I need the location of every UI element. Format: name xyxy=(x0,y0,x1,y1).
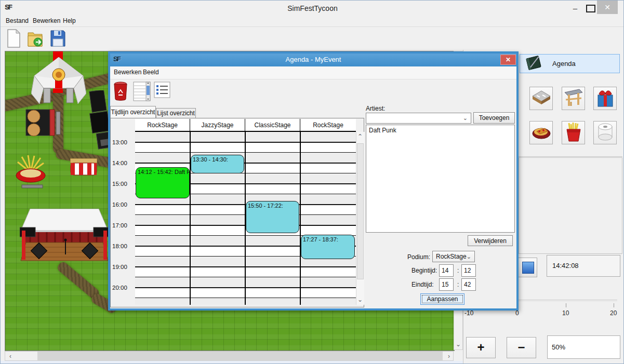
title-bar: SF SimFestTycoon – ✕ xyxy=(1,1,624,16)
begin-hour-input[interactable]: 14 xyxy=(439,264,454,277)
scroll-right-icon[interactable]: › xyxy=(446,353,452,360)
schedule-event[interactable]: 15:50 - 17:22: xyxy=(246,201,299,233)
schedule-event[interactable]: 13:30 - 14:30: xyxy=(191,155,244,173)
menu-bestand[interactable]: Bestand xyxy=(6,17,29,25)
schedule-event[interactable]: 17:27 - 18:37: xyxy=(301,235,355,259)
apply-button[interactable]: Aanpassen xyxy=(420,293,464,305)
column-line xyxy=(300,132,301,305)
artist-combobox[interactable]: ⌄ xyxy=(366,113,471,124)
artist-list[interactable]: Daft Punk xyxy=(366,125,515,233)
tab-list-overview[interactable]: Lijst overzicht xyxy=(156,108,196,118)
gift-icon xyxy=(595,88,615,109)
agenda-button-label: Agenda xyxy=(552,60,576,68)
podium-label: Podium: xyxy=(407,253,430,261)
slider-label: 0 xyxy=(515,309,519,317)
column-header: ClassicStage xyxy=(245,119,300,131)
scroll-up-icon[interactable]: ⌃ xyxy=(357,133,363,140)
dialog-menu-bar: Bewerken Beeld xyxy=(110,66,516,79)
end-minute-input[interactable]: 42 xyxy=(461,278,476,291)
trash-icon[interactable] xyxy=(113,82,131,102)
scrollbar-thumb[interactable] xyxy=(37,352,443,360)
time-label: 16:00 xyxy=(112,201,134,208)
agenda-button[interactable]: Agenda xyxy=(520,54,620,73)
column-header: RockStage xyxy=(135,119,190,131)
minimize-button[interactable]: – xyxy=(570,4,580,13)
agenda-dialog: SF Agenda - MyEvent ✕ Bewerken Beeld xyxy=(108,51,519,311)
burger-stand[interactable] xyxy=(25,109,61,139)
artist-list-item[interactable]: Daft Punk xyxy=(366,125,514,134)
shop-item-gate[interactable] xyxy=(562,87,585,110)
stage-gate-icon xyxy=(564,88,583,109)
list-view-icon[interactable] xyxy=(154,82,172,102)
slider-label: -10 xyxy=(464,309,473,317)
column-header: JazzyStage xyxy=(190,119,245,131)
time-label: 20:00 xyxy=(112,285,134,291)
toilet-roll-icon xyxy=(596,123,614,143)
slider-tick xyxy=(566,303,566,307)
speed-button[interactable] xyxy=(517,258,537,277)
tent[interactable] xyxy=(31,57,86,108)
shop-item-fries[interactable] xyxy=(562,121,585,144)
begin-minute-input[interactable]: 12 xyxy=(461,264,476,277)
add-artist-button[interactable]: Toevoegen xyxy=(473,112,515,124)
app-title: SimFestTycoon xyxy=(1,4,624,12)
clock-display: 14:42:08 xyxy=(547,255,620,277)
menu-help[interactable]: Help xyxy=(63,17,76,25)
grid-scrollbar-thumb[interactable] xyxy=(357,143,364,279)
zoom-in-button[interactable]: + xyxy=(466,337,496,358)
striped-booth[interactable] xyxy=(70,158,97,178)
slider-label: 10 xyxy=(562,309,569,317)
slider-label: 20 xyxy=(610,309,617,317)
shop-item-toilet-roll[interactable] xyxy=(593,121,617,144)
dialog-menu-bewerken[interactable]: Bewerken xyxy=(114,69,141,76)
end-hour-input[interactable]: 15 xyxy=(439,278,454,291)
schedule-grid: RockStage JazzyStage ClassicStage RockSt… xyxy=(110,118,364,307)
main-menu-bar: Bestand Bewerken Help xyxy=(1,16,624,27)
begin-time-label: Begintijd: xyxy=(411,267,437,274)
time-label: 15:00 xyxy=(112,181,134,187)
pizza-icon xyxy=(532,124,551,141)
timeline-view-icon[interactable] xyxy=(133,82,152,102)
open-folder-icon[interactable] xyxy=(26,29,44,48)
dialog-toolbar xyxy=(110,79,516,106)
schedule-event[interactable]: 14:12 - 15:42: Daft Punk xyxy=(136,167,190,198)
tab-timeline-overview[interactable]: Tijdlijn overzicht xyxy=(110,106,156,118)
dialog-close-button[interactable]: ✕ xyxy=(500,55,516,65)
dialog-menu-beeld[interactable]: Beeld xyxy=(143,69,159,76)
scroll-down-icon[interactable]: ⌄ xyxy=(357,296,363,303)
app-window: SF SimFestTycoon – ✕ Bestand Bewerken He… xyxy=(0,0,624,364)
scroll-left-icon[interactable]: ‹ xyxy=(7,353,14,360)
menu-bewerken[interactable]: Bewerken xyxy=(33,17,60,25)
save-floppy-icon[interactable] xyxy=(49,29,67,48)
shop-item-pizza[interactable] xyxy=(529,121,553,144)
slider-tick xyxy=(614,303,614,307)
scroll-down-icon[interactable]: ⌄ xyxy=(455,341,461,348)
remove-button[interactable]: Verwijderen xyxy=(468,235,513,246)
zoom-out-button[interactable]: − xyxy=(507,337,536,358)
new-document-icon[interactable] xyxy=(5,29,22,48)
dialog-title: Agenda - MyEvent xyxy=(110,56,516,63)
fries-stand[interactable] xyxy=(12,153,49,191)
zoom-level-display: 50% xyxy=(547,335,620,359)
shop-item-road[interactable] xyxy=(529,87,553,110)
fries-icon xyxy=(565,122,582,143)
maximize-button[interactable] xyxy=(586,5,595,12)
chevron-down-icon: ⌄ xyxy=(467,253,471,260)
main-stage[interactable] xyxy=(20,209,109,268)
column-header: RockStage xyxy=(300,119,356,131)
chevron-down-icon: ⌄ xyxy=(463,115,468,122)
time-colon: : xyxy=(457,281,459,288)
dialog-title-bar[interactable]: SF Agenda - MyEvent ✕ xyxy=(110,53,516,66)
time-label: 14:00 xyxy=(112,160,134,166)
time-label: 18:00 xyxy=(112,243,134,249)
podium-dropdown[interactable]: RockStage ⌄ xyxy=(432,251,475,262)
grid-scrollbar[interactable]: ⌃ ⌄ xyxy=(356,132,364,305)
agenda-book-icon xyxy=(524,55,543,72)
close-button[interactable]: ✕ xyxy=(597,1,618,14)
end-time-label: Eindtijd: xyxy=(411,281,434,288)
shop-item-gift[interactable] xyxy=(593,87,617,110)
map-horizontal-scrollbar[interactable]: ‹ › xyxy=(5,351,454,361)
artist-label: Artiest: xyxy=(366,105,385,112)
grid-body[interactable]: 14:12 - 15:42: Daft Punk 13:30 - 14:30: … xyxy=(135,132,356,305)
time-label: 19:00 xyxy=(112,264,134,270)
